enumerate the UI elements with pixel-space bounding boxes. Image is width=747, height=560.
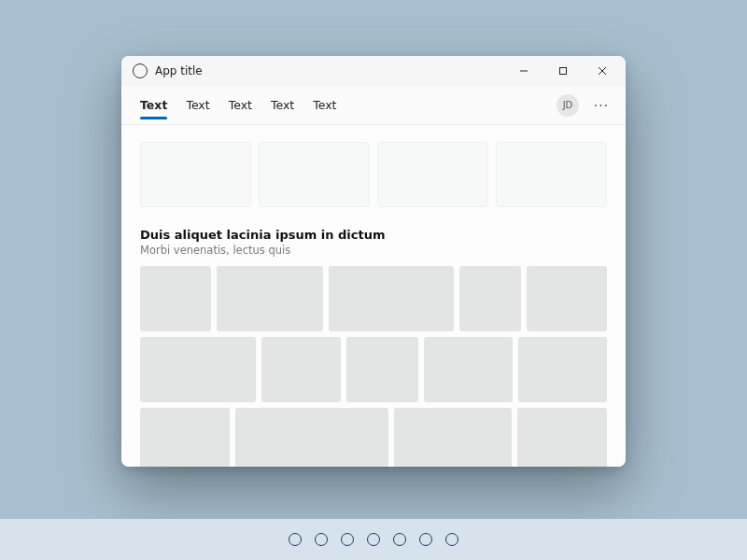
svg-rect-1 <box>560 68 567 75</box>
pager-circle[interactable] <box>367 533 380 546</box>
tile-row <box>140 408 607 467</box>
maximize-button[interactable] <box>543 56 583 86</box>
app-window: App title Text Text Text Text Text JD ··… <box>121 56 626 467</box>
tile[interactable] <box>261 337 342 402</box>
pager-circle[interactable] <box>393 533 406 546</box>
tile[interactable] <box>140 337 256 402</box>
minimize-button[interactable] <box>504 56 543 86</box>
tile[interactable] <box>517 408 607 467</box>
tile[interactable] <box>217 266 323 331</box>
titlebar: App title <box>121 56 626 86</box>
pager-circle[interactable] <box>289 533 302 546</box>
hero-card[interactable] <box>377 142 488 207</box>
tile[interactable] <box>527 266 607 331</box>
app-icon <box>133 63 148 78</box>
tile[interactable] <box>394 408 511 467</box>
pager-circle[interactable] <box>341 533 354 546</box>
hero-card[interactable] <box>259 142 370 207</box>
tab-4[interactable]: Text <box>313 89 336 121</box>
hero-card[interactable] <box>496 142 607 207</box>
tile[interactable] <box>140 408 230 467</box>
tile-row <box>140 337 607 402</box>
tile[interactable] <box>235 408 388 467</box>
app-title: App title <box>155 64 203 77</box>
more-button[interactable]: ··· <box>588 92 614 119</box>
avatar[interactable]: JD <box>557 94 579 117</box>
pager-circle[interactable] <box>315 533 328 546</box>
tile-row <box>140 266 607 331</box>
pager-circle[interactable] <box>419 533 432 546</box>
tabbar: Text Text Text Text Text JD ··· <box>121 86 626 125</box>
content-area: Duis aliquet lacinia ipsum in dictum Mor… <box>121 125 626 467</box>
close-button[interactable] <box>583 56 622 86</box>
tile[interactable] <box>140 266 211 331</box>
section-subtitle: Morbi venenatis, lectus quis <box>140 244 607 257</box>
hero-card[interactable] <box>140 142 251 207</box>
section-title: Duis aliquet lacinia ipsum in dictum <box>140 228 607 242</box>
tab-1[interactable]: Text <box>186 89 209 121</box>
tile[interactable] <box>346 337 417 402</box>
tile[interactable] <box>518 337 607 402</box>
pager-circle[interactable] <box>445 533 458 546</box>
tabs: Text Text Text Text Text <box>140 89 557 121</box>
tile[interactable] <box>329 266 453 331</box>
tab-2[interactable]: Text <box>229 89 252 121</box>
tab-0[interactable]: Text <box>140 89 167 121</box>
tab-3[interactable]: Text <box>271 89 294 121</box>
hero-row <box>140 142 607 207</box>
tile-grid <box>140 266 607 467</box>
tile[interactable] <box>424 337 513 402</box>
footer-bar <box>0 519 747 560</box>
tile[interactable] <box>459 266 522 331</box>
